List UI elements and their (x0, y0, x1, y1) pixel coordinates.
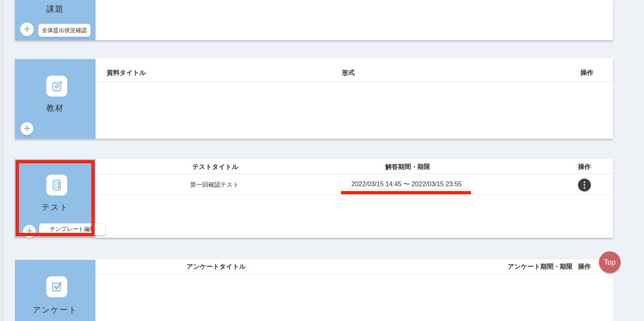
kyozai-col-actions: 操作 (571, 68, 603, 77)
anketo-tile[interactable]: アンケート (15, 260, 95, 321)
test-icon-box (46, 175, 67, 195)
test-col-actions: 操作 (568, 163, 601, 171)
kyozai-header-divider (95, 82, 613, 82)
test-row-title[interactable]: 第一回確認テスト (174, 180, 255, 189)
test-panel: テストタイトル 解答期間・期限 操作 第一回確認テスト 2022/03/15 1… (95, 159, 613, 238)
kyozai-title: 教材 (15, 103, 95, 113)
test-add-button[interactable]: + (23, 225, 36, 238)
kadai-status-button[interactable]: 全体提出状況確認 (38, 24, 91, 37)
kadai-add-button[interactable]: + (20, 23, 34, 36)
anketo-title: アンケート (15, 305, 95, 315)
kyozai-add-button[interactable]: + (21, 122, 33, 135)
test-row-divider (95, 194, 613, 195)
scroll-to-top-button[interactable]: Top (599, 251, 621, 273)
kyozai-col-title: 資料タイトル (107, 68, 195, 77)
checklist-icon (50, 178, 64, 192)
template-edit-button[interactable]: テンプレート編集 (39, 223, 106, 235)
test-row-period: 2022/03/15 14:45 〜 2022/03/15 23:55 (326, 180, 487, 189)
kadai-panel (95, 0, 613, 40)
checkbox-icon (50, 280, 64, 294)
kyozai-icon-box (46, 76, 67, 97)
test-col-title: テストタイトル (175, 163, 256, 171)
anketo-col-title: アンケートタイトル (170, 262, 262, 271)
course-page: 課題 + 全体提出状況確認 資料タイトル 形式 操作 教材 + テストタイトル … (0, 0, 644, 321)
test-tile[interactable]: テスト + テンプレート編集 (15, 159, 95, 237)
anketo-header-divider (95, 274, 613, 274)
anketo-col-actions: 操作 (568, 262, 601, 271)
kadai-tile[interactable]: 課題 + 全体提出状況確認 (15, 0, 95, 40)
kadai-title: 課題 (15, 4, 95, 14)
kyozai-tile[interactable]: 教材 + (15, 59, 95, 139)
anketo-icon-box (46, 276, 67, 297)
period-highlight-underline (341, 191, 471, 194)
kyozai-panel: 資料タイトル 形式 操作 (95, 58, 613, 139)
left-gutter (0, 0, 4, 321)
compose-icon (50, 79, 64, 93)
kyozai-col-format: 形式 (312, 68, 384, 77)
test-title: テスト (15, 202, 95, 212)
kebab-menu-button[interactable] (578, 179, 591, 191)
anketo-panel: アンケートタイトル アンケート期間・期限 操作 (95, 259, 613, 321)
test-col-period: 解答期間・期限 (367, 163, 448, 171)
